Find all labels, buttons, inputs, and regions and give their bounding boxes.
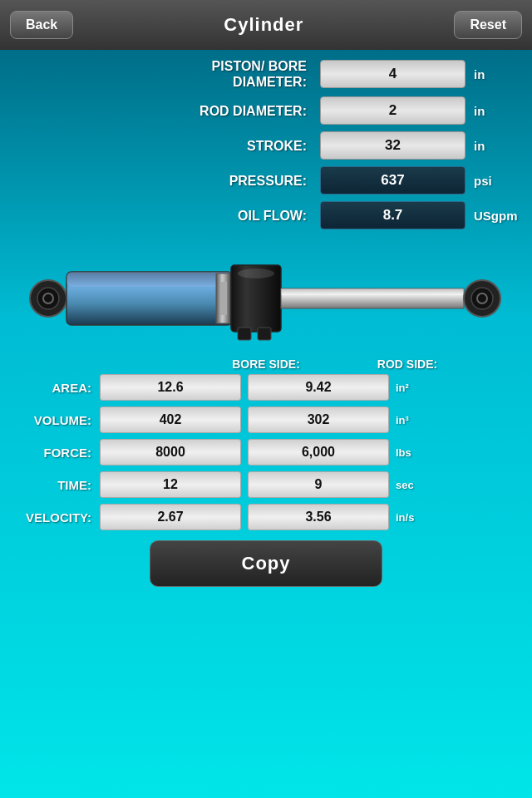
volume-rod-value: 302 bbox=[248, 406, 389, 433]
rod-diameter-label: ROD DIAMETER: bbox=[17, 103, 320, 119]
velocity-label: VELOCITY: bbox=[17, 510, 100, 525]
copy-btn-container: Copy bbox=[0, 540, 532, 595]
rod-side-header: ROD SIDE: bbox=[337, 357, 478, 371]
area-bore-value: 12.6 bbox=[100, 374, 241, 401]
piston-bore-row: PISTON/ BOREDIAMETER: in bbox=[17, 58, 515, 90]
cylinder-svg bbox=[25, 249, 507, 348]
reset-button[interactable]: Reset bbox=[454, 11, 522, 39]
time-unit: sec bbox=[396, 479, 433, 491]
bore-side-header: BORE SIDE: bbox=[195, 357, 337, 371]
rod-diameter-unit: in bbox=[466, 104, 515, 118]
area-rod-value: 9.42 bbox=[248, 374, 389, 401]
pressure-label: PRESSURE: bbox=[17, 173, 320, 189]
velocity-rod-value: 3.56 bbox=[248, 504, 389, 530]
svg-point-8 bbox=[238, 268, 274, 278]
volume-row: VOLUME: 402 302 in³ bbox=[17, 406, 515, 433]
svg-rect-11 bbox=[238, 328, 251, 340]
back-button[interactable]: Back bbox=[10, 11, 73, 39]
svg-point-14 bbox=[471, 288, 493, 309]
velocity-bore-value: 2.67 bbox=[100, 504, 241, 530]
time-rod-value: 9 bbox=[248, 471, 389, 498]
results-section: BORE SIDE: ROD SIDE: AREA: 12.6 9.42 in²… bbox=[0, 357, 532, 530]
pressure-unit: psi bbox=[466, 174, 515, 188]
stroke-unit: in bbox=[466, 139, 515, 153]
area-label: AREA: bbox=[17, 381, 100, 395]
force-bore-value: 8000 bbox=[100, 439, 241, 466]
rod-diameter-input[interactable] bbox=[320, 96, 466, 125]
cylinder-illustration bbox=[0, 244, 532, 352]
area-unit: in² bbox=[396, 382, 433, 394]
svg-point-1 bbox=[37, 288, 59, 309]
copy-button[interactable]: Copy bbox=[150, 540, 382, 587]
rod-diameter-row: ROD DIAMETER: in bbox=[17, 96, 515, 125]
svg-rect-10 bbox=[281, 288, 464, 295]
force-label: FORCE: bbox=[17, 446, 100, 460]
velocity-unit: in/s bbox=[396, 511, 433, 524]
svg-rect-4 bbox=[66, 272, 233, 287]
header: Back Cylinder Reset bbox=[0, 0, 532, 50]
svg-rect-6 bbox=[220, 282, 227, 315]
piston-bore-unit: in bbox=[466, 67, 515, 81]
force-row: FORCE: 8000 6,000 lbs bbox=[17, 439, 515, 466]
pressure-row: PRESSURE: psi bbox=[17, 166, 515, 195]
oil-flow-label: OIL FLOW: bbox=[17, 208, 320, 224]
volume-label: VOLUME: bbox=[17, 413, 100, 427]
results-header-row: BORE SIDE: ROD SIDE: bbox=[17, 357, 515, 371]
page-title: Cylinder bbox=[224, 14, 303, 36]
input-section: PISTON/ BOREDIAMETER: in ROD DIAMETER: i… bbox=[0, 50, 532, 241]
volume-unit: in³ bbox=[396, 414, 433, 426]
piston-bore-input[interactable] bbox=[320, 60, 466, 88]
oil-flow-row: OIL FLOW: USgpm bbox=[17, 201, 515, 229]
time-bore-value: 12 bbox=[100, 471, 241, 498]
stroke-row: STROKE: in bbox=[17, 131, 515, 160]
time-row: TIME: 12 9 sec bbox=[17, 471, 515, 498]
pressure-input[interactable] bbox=[320, 166, 466, 195]
piston-bore-label: PISTON/ BOREDIAMETER: bbox=[17, 58, 320, 90]
velocity-row: VELOCITY: 2.67 3.56 in/s bbox=[17, 504, 515, 530]
stroke-input[interactable] bbox=[320, 131, 466, 160]
force-rod-value: 6,000 bbox=[248, 439, 389, 466]
volume-bore-value: 402 bbox=[100, 406, 241, 433]
time-label: TIME: bbox=[17, 478, 100, 492]
stroke-label: STROKE: bbox=[17, 138, 320, 154]
force-unit: lbs bbox=[396, 446, 433, 459]
svg-rect-12 bbox=[258, 328, 271, 340]
oil-flow-input[interactable] bbox=[320, 201, 466, 229]
oil-flow-unit: USgpm bbox=[466, 209, 515, 223]
area-row: AREA: 12.6 9.42 in² bbox=[17, 374, 515, 401]
